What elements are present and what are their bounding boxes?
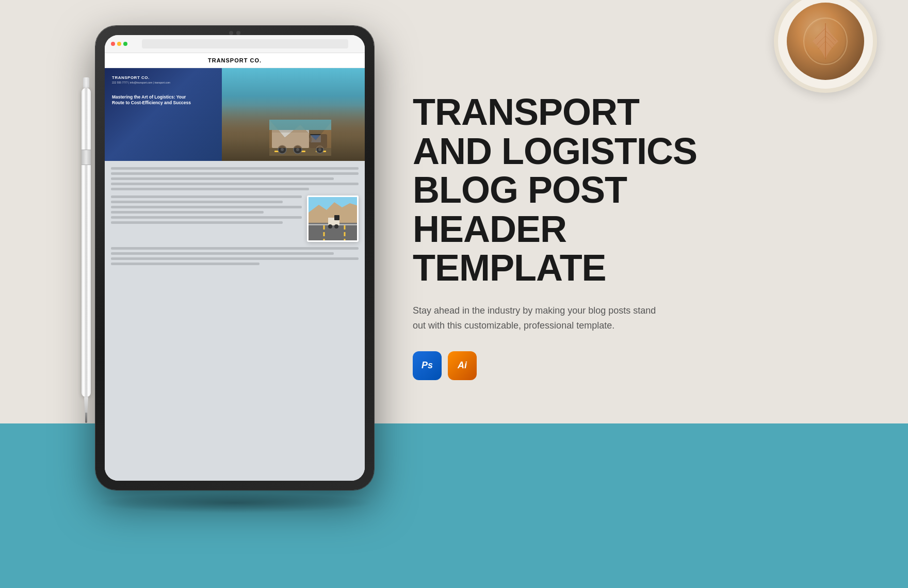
ps-label: Ps [421, 360, 433, 371]
svg-point-24 [334, 224, 338, 228]
title-line-1: TRANSPORT [413, 93, 774, 132]
svg-rect-22 [334, 215, 339, 220]
article-line [111, 247, 359, 250]
template-site-title: TRANSPORT CO. [208, 57, 262, 63]
ai-label: Ai [458, 360, 467, 371]
main-title: TRANSPORT AND LOGISTICS BLOG POST HEADER… [413, 93, 774, 288]
browser-close-dot [111, 42, 115, 46]
browser-minimize-dot [117, 42, 121, 46]
ipad-camera-dot [229, 31, 233, 35]
article-lines-bottom [111, 247, 359, 265]
article-line [111, 257, 359, 260]
article-text-column [111, 195, 302, 242]
template-header-bar: TRANSPORT CO. [105, 53, 365, 68]
article-inline-image [307, 195, 359, 242]
ipad-screen: TRANSPORT CO. TRANSPORT CO. 222 555 7777… [105, 35, 365, 481]
svg-point-23 [328, 224, 332, 228]
title-line-3: BLOG POST [413, 171, 774, 210]
svg-point-12 [281, 148, 284, 151]
photoshop-badge[interactable]: Ps [413, 351, 442, 380]
article-line [111, 195, 302, 198]
ipad-camera-bar [229, 31, 240, 35]
right-panel: TRANSPORT AND LOGISTICS BLOG POST HEADER… [413, 93, 774, 380]
coffee-cup [774, 0, 877, 93]
ipad-device: TRANSPORT CO. TRANSPORT CO. 222 555 7777… [95, 26, 374, 542]
article-line [111, 167, 359, 170]
template-hero-section: TRANSPORT CO. 222 555 7777 | info@transp… [105, 68, 365, 161]
hero-headline: Mastering the Art of Logistics: Your Rou… [112, 94, 194, 106]
apple-pencil [80, 77, 92, 428]
browser-address-bar [142, 39, 348, 48]
svg-rect-19 [309, 223, 359, 242]
description-text: Stay ahead in the industry by making you… [413, 303, 660, 333]
browser-traffic-lights [111, 42, 127, 46]
browser-maximize-dot [123, 42, 127, 46]
article-line [111, 206, 302, 208]
article-line [111, 252, 334, 255]
svg-rect-17 [269, 120, 331, 130]
illustrator-badge[interactable]: Ai [448, 351, 477, 380]
ipad-drop-shadow [95, 493, 374, 513]
article-line [111, 211, 264, 214]
article-line [111, 183, 359, 185]
title-line-2: AND LOGISTICS [413, 132, 774, 171]
article-lines-top [111, 167, 359, 190]
title-line-5: TEMPLATE [413, 249, 774, 288]
article-image-svg [309, 197, 359, 242]
article-line [111, 177, 334, 180]
hero-company-name: TRANSPORT CO. [112, 75, 240, 80]
article-with-image-section [111, 195, 359, 242]
title-line-4: HEADER [413, 210, 774, 249]
ipad-microphone-dot [236, 31, 240, 35]
hero-contact: 222 555 7777 | info@transport.com | tran… [112, 81, 240, 84]
latte-art-svg [794, 13, 856, 70]
article-line [111, 201, 283, 203]
article-content-area [105, 161, 365, 481]
article-line [111, 263, 260, 265]
hero-right-panel [222, 68, 365, 161]
svg-point-14 [296, 148, 299, 151]
article-line [111, 221, 283, 224]
article-line [111, 188, 309, 190]
software-badges: Ps Ai [413, 351, 774, 380]
article-line [111, 216, 302, 219]
browser-chrome [105, 35, 365, 53]
svg-point-16 [318, 148, 321, 151]
truck-illustration [269, 120, 331, 156]
article-line [111, 172, 359, 175]
